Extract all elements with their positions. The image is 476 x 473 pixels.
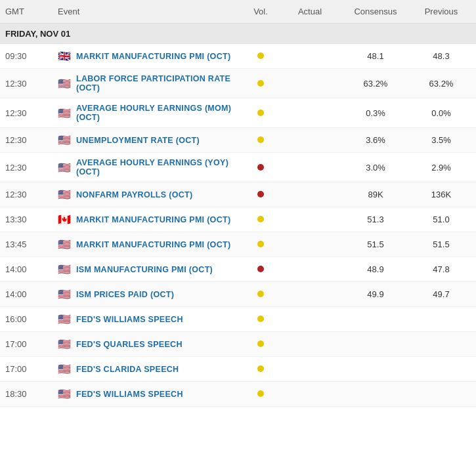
event-label: MARKIT MANUFACTURING PMI (OCT) — [76, 240, 230, 249]
cell-vol — [241, 364, 280, 374]
table-row[interactable]: 13:45 🇺🇸 MARKIT MANUFACTURING PMI (OCT) … — [0, 232, 476, 257]
event-label: MARKIT MANUFACTURING PMI (OCT) — [76, 215, 230, 224]
table-row[interactable]: 12:30 🇺🇸 AVERAGE HOURLY EARNINGS (MOM) (… — [0, 98, 476, 128]
event-label: FED'S QUARLES SPEECH — [76, 340, 183, 349]
table-row[interactable]: 16:00 🇺🇸 FED'S WILLIAMS SPEECH — [0, 307, 476, 332]
event-label: FED'S WILLIAMS SPEECH — [76, 315, 183, 324]
table-header: GMT Event Vol. Actual Consensus Previous — [0, 0, 476, 24]
table-row[interactable]: 14:00 🇺🇸 ISM PRICES PAID (OCT) 49.9 49.7 — [0, 282, 476, 307]
cell-event[interactable]: 🇬🇧 MARKIT MANUFACTURING PMI (OCT) — [58, 50, 241, 62]
table-body: 09:30 🇬🇧 MARKIT MANUFACTURING PMI (OCT) … — [0, 44, 476, 407]
cell-previous: 51.5 — [412, 239, 471, 249]
vol-dot-icon — [257, 164, 264, 171]
cell-gmt: 13:30 — [5, 215, 58, 224]
flag-icon: 🇺🇸 — [58, 188, 72, 201]
cell-gmt: 17:00 — [5, 364, 58, 374]
vol-dot-icon — [257, 340, 264, 347]
cell-previous: 136K — [412, 190, 471, 199]
cell-previous: 51.0 — [412, 215, 471, 224]
cell-previous: 0.0% — [412, 108, 471, 118]
table-row[interactable]: 09:30 🇬🇧 MARKIT MANUFACTURING PMI (OCT) … — [0, 44, 476, 69]
table-row[interactable]: 12:30 🇺🇸 UNEMPLOYMENT RATE (OCT) 3.6% 3.… — [0, 128, 476, 153]
flag-icon: 🇨🇦 — [58, 213, 72, 226]
table-row[interactable]: 18:30 🇺🇸 FED'S WILLIAMS SPEECH — [0, 382, 476, 407]
cell-gmt: 14:00 — [5, 289, 58, 299]
event-label: AVERAGE HOURLY EARNINGS (MOM) (OCT) — [76, 104, 241, 122]
flag-icon: 🇺🇸 — [58, 161, 72, 174]
cell-previous: 3.5% — [412, 135, 471, 145]
cell-gmt: 12:30 — [5, 163, 58, 173]
vol-dot-icon — [257, 266, 264, 272]
cell-gmt: 16:00 — [5, 314, 58, 324]
cell-previous: 47.8 — [412, 264, 471, 274]
cell-consensus: 0.3% — [339, 108, 412, 118]
cell-vol — [241, 135, 280, 145]
table-row[interactable]: 12:30 🇺🇸 LABOR FORCE PARTICIPATION RATE … — [0, 69, 476, 98]
vol-dot-icon — [257, 191, 264, 197]
section-header: FRIDAY, NOV 01 — [0, 24, 476, 44]
flag-icon: 🇺🇸 — [58, 263, 72, 276]
cell-vol — [241, 389, 280, 399]
flag-icon: 🇺🇸 — [58, 338, 72, 350]
event-label: MARKIT MANUFACTURING PMI (OCT) — [76, 52, 230, 61]
cell-consensus: 3.0% — [339, 163, 412, 173]
cell-event[interactable]: 🇺🇸 NONFARM PAYROLLS (OCT) — [58, 188, 241, 201]
col-header-previous: Previous — [412, 7, 471, 16]
cell-gmt: 12:30 — [5, 79, 58, 89]
cell-consensus: 48.9 — [339, 264, 412, 274]
flag-icon: 🇺🇸 — [58, 107, 72, 119]
cell-vol — [241, 239, 280, 249]
col-header-consensus: Consensus — [339, 7, 412, 16]
table-row[interactable]: 17:00 🇺🇸 FED'S QUARLES SPEECH — [0, 332, 476, 357]
cell-vol — [241, 190, 280, 199]
cell-consensus: 49.9 — [339, 289, 412, 299]
flag-icon: 🇺🇸 — [58, 238, 72, 251]
cell-consensus: 51.5 — [339, 239, 412, 249]
table-row[interactable]: 17:00 🇺🇸 FED'S CLARIDA SPEECH — [0, 357, 476, 382]
cell-vol — [241, 51, 280, 61]
cell-gmt: 09:30 — [5, 51, 58, 61]
cell-event[interactable]: 🇺🇸 MARKIT MANUFACTURING PMI (OCT) — [58, 238, 241, 251]
cell-event[interactable]: 🇺🇸 AVERAGE HOURLY EARNINGS (MOM) (OCT) — [58, 104, 241, 122]
flag-icon: 🇺🇸 — [58, 288, 72, 300]
event-label: FED'S CLARIDA SPEECH — [76, 365, 179, 374]
cell-event[interactable]: 🇺🇸 FED'S QUARLES SPEECH — [58, 338, 241, 350]
table-row[interactable]: 12:30 🇺🇸 AVERAGE HOURLY EARNINGS (YOY) (… — [0, 153, 476, 182]
cell-gmt: 13:45 — [5, 239, 58, 249]
event-label: LABOR FORCE PARTICIPATION RATE (OCT) — [76, 74, 241, 93]
cell-event[interactable]: 🇺🇸 ISM PRICES PAID (OCT) — [58, 288, 241, 300]
cell-vol — [241, 215, 280, 224]
vol-dot-icon — [257, 52, 264, 59]
col-header-actual: Actual — [280, 7, 339, 16]
cell-event[interactable]: 🇺🇸 ISM MANUFACTURING PMI (OCT) — [58, 263, 241, 276]
cell-gmt: 14:00 — [5, 264, 58, 274]
flag-icon: 🇺🇸 — [58, 388, 72, 400]
event-label: ISM MANUFACTURING PMI (OCT) — [76, 265, 213, 274]
table-row[interactable]: 13:30 🇨🇦 MARKIT MANUFACTURING PMI (OCT) … — [0, 207, 476, 232]
cell-event[interactable]: 🇺🇸 AVERAGE HOURLY EARNINGS (YOY) (OCT) — [58, 158, 241, 176]
cell-event[interactable]: 🇨🇦 MARKIT MANUFACTURING PMI (OCT) — [58, 213, 241, 226]
vol-dot-icon — [257, 110, 264, 116]
cell-vol — [241, 79, 280, 89]
flag-icon: 🇺🇸 — [58, 77, 72, 90]
vol-dot-icon — [257, 365, 264, 372]
cell-event[interactable]: 🇺🇸 FED'S WILLIAMS SPEECH — [58, 388, 241, 400]
vol-dot-icon — [257, 291, 264, 297]
cell-gmt: 17:00 — [5, 339, 58, 349]
cell-event[interactable]: 🇺🇸 UNEMPLOYMENT RATE (OCT) — [58, 134, 241, 146]
cell-vol — [241, 264, 280, 274]
cell-previous: 49.7 — [412, 289, 471, 299]
cell-previous: 2.9% — [412, 163, 471, 173]
vol-dot-icon — [257, 316, 264, 322]
cell-event[interactable]: 🇺🇸 LABOR FORCE PARTICIPATION RATE (OCT) — [58, 74, 241, 93]
cell-gmt: 12:30 — [5, 135, 58, 145]
cell-vol — [241, 289, 280, 299]
cell-vol — [241, 314, 280, 324]
table-row[interactable]: 14:00 🇺🇸 ISM MANUFACTURING PMI (OCT) 48.… — [0, 257, 476, 282]
cell-event[interactable]: 🇺🇸 FED'S WILLIAMS SPEECH — [58, 313, 241, 325]
event-label: UNEMPLOYMENT RATE (OCT) — [76, 136, 200, 145]
table-row[interactable]: 12:30 🇺🇸 NONFARM PAYROLLS (OCT) 89K 136K — [0, 182, 476, 207]
vol-dot-icon — [257, 80, 264, 87]
cell-event[interactable]: 🇺🇸 FED'S CLARIDA SPEECH — [58, 363, 241, 375]
cell-consensus: 3.6% — [339, 135, 412, 145]
